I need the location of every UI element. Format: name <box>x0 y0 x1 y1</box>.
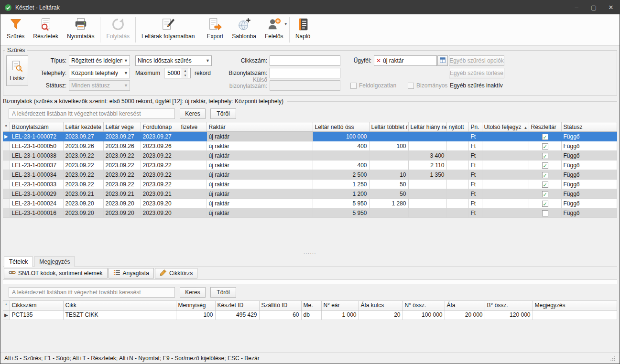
cell-pn[interactable]: Ft <box>468 189 482 199</box>
cell-bizonylatszam[interactable]: LEL-23-1-000033 <box>10 180 63 189</box>
cell-kezdete[interactable]: 2023.09.22 <box>63 151 103 161</box>
cell-tobblet[interactable]: 1 280 <box>369 199 408 208</box>
cell-netto[interactable]: 400 <box>313 161 369 170</box>
chevron-down-icon[interactable]: ▼ <box>122 71 130 75</box>
column-header-vege[interactable]: Leltár vége <box>103 122 141 132</box>
bizonylatszam-input[interactable] <box>270 68 340 78</box>
cell-tobblet[interactable]: 10 <box>369 170 408 180</box>
cell-utolso[interactable] <box>482 161 529 170</box>
maximize-button[interactable]: ▢ <box>585 0 602 14</box>
cell-statusz[interactable]: Függő <box>561 180 617 189</box>
cell-nyitott[interactable] <box>446 189 468 199</box>
cell-kezdete[interactable]: 2023.09.26 <box>63 141 103 151</box>
column-header-nossz[interactable]: N° össz. <box>402 300 445 310</box>
cell-kezdete[interactable]: 2023.09.22 <box>63 161 103 170</box>
cell-statusz[interactable]: Függő <box>561 208 617 218</box>
reszleltar-checkbox[interactable]: ✓ <box>542 162 548 169</box>
cell-fordulonap[interactable]: 2023.09.20 <box>141 208 179 218</box>
table-row[interactable]: ▶PCT135TESZT CIKK100495 42960db1 0002010… <box>3 310 617 320</box>
cell-bizonylatszam[interactable]: LEL-23-1-000038 <box>10 151 63 161</box>
toolbar-button-sablonba[interactable]: Sablonba <box>228 15 261 44</box>
cell-netto[interactable]: 2 500 <box>313 170 369 180</box>
cell-netto[interactable] <box>313 151 369 161</box>
cell-nyitott[interactable] <box>446 151 468 161</box>
spin-up-icon[interactable]: ▲ <box>182 68 188 73</box>
cell-statusz[interactable]: Függő <box>561 199 617 208</box>
cell-vege[interactable]: 2023.09.26 <box>103 141 141 151</box>
cell-fordulonap[interactable]: 2023.09.22 <box>141 170 179 180</box>
column-header-fizetve[interactable]: fizetve <box>179 122 207 132</box>
cell-fizetve[interactable] <box>179 208 207 218</box>
cell-bizonylatszam[interactable]: LEL-23-1-000072 <box>10 132 63 141</box>
table-row[interactable]: ▶LEL-23-1-0000722023.09.272023.09.272023… <box>3 132 617 141</box>
cell-keszlet_id[interactable]: 495 429 <box>215 310 259 320</box>
reszleltar-checkbox[interactable] <box>542 210 548 216</box>
cell-vege[interactable]: 2023.09.22 <box>103 180 141 189</box>
cell-netto[interactable]: 5 950 <box>313 199 369 208</box>
bizomanyos-checkbox[interactable]: Bizományos <box>408 80 447 91</box>
table-row[interactable]: LEL-23-1-0000162023.09.202023.09.202023.… <box>3 208 617 218</box>
cell-vege[interactable]: 2023.09.22 <box>103 161 141 170</box>
column-header-cikkszam[interactable]: Cikkszám <box>10 300 63 310</box>
column-header-tobblet[interactable]: Leltár többlet n <box>369 122 408 132</box>
cell-pn[interactable]: Ft <box>468 180 482 189</box>
cell-fizetve[interactable] <box>179 151 207 161</box>
cell-nyitott[interactable] <box>446 170 468 180</box>
minimize-button[interactable]: – <box>568 0 585 14</box>
table-row[interactable]: LEL-23-1-0000242023.09.202023.09.202023.… <box>3 199 617 208</box>
details-search-input[interactable] <box>9 287 175 298</box>
cell-pn[interactable]: Ft <box>468 151 482 161</box>
cell-mennyiseg[interactable]: 100 <box>176 310 215 320</box>
cell-afa[interactable]: 20 000 <box>445 310 485 320</box>
cell-nyitott[interactable] <box>446 141 468 151</box>
reszleltar-checkbox[interactable]: ✓ <box>542 201 548 207</box>
cell-pn[interactable]: Ft <box>468 141 482 151</box>
column-header-fordulonap[interactable]: Fordulónap <box>141 122 179 132</box>
cell-statusz[interactable]: Függő <box>561 132 617 141</box>
cell-tobblet[interactable]: 50 <box>369 189 408 199</box>
column-header-raktar[interactable]: Raktár <box>207 122 313 132</box>
cell-reszleltar[interactable]: ✓ <box>529 141 561 151</box>
cell-pn[interactable]: Ft <box>468 161 482 170</box>
column-header-mennyiseg[interactable]: Mennyiség <box>176 300 215 310</box>
column-header-netto[interactable]: Leltár nettó öss <box>313 122 369 132</box>
cell-fizetve[interactable] <box>179 180 207 189</box>
ugyfel-browse-button[interactable] <box>437 55 448 66</box>
close-button[interactable]: ✕ <box>602 0 620 14</box>
resize-grip[interactable] <box>610 355 616 361</box>
cell-me[interactable]: db <box>301 310 321 320</box>
reszleltar-checkbox[interactable]: ✓ <box>542 191 548 197</box>
cell-hiany[interactable]: 1 350 <box>408 170 446 180</box>
cell-utolso[interactable] <box>482 141 529 151</box>
cell-utolso[interactable] <box>482 170 529 180</box>
cell-kezdete[interactable]: 2023.09.22 <box>63 180 103 189</box>
cell-raktar[interactable]: új raktár <box>207 141 313 151</box>
cell-raktar[interactable]: új raktár <box>207 151 313 161</box>
cell-reszleltar[interactable]: ✓ <box>529 132 561 141</box>
cell-statusz[interactable]: Függő <box>561 141 617 151</box>
cell-hiany[interactable] <box>408 180 446 189</box>
cell-near[interactable]: 1 000 <box>321 310 359 320</box>
cell-nyitott[interactable] <box>446 199 468 208</box>
cell-fizetve[interactable] <box>179 141 207 151</box>
cell-vege[interactable]: 2023.09.20 <box>103 208 141 218</box>
cell-tobblet[interactable] <box>369 151 408 161</box>
maximum-spinner[interactable]: ▲▼ <box>164 68 191 78</box>
cell-hiany[interactable] <box>408 132 446 141</box>
cell-raktar[interactable]: új raktár <box>207 170 313 180</box>
cell-bizonylatszam[interactable]: LEL-23-1-000034 <box>10 170 63 180</box>
cell-pn[interactable]: Ft <box>468 170 482 180</box>
cell-fizetve[interactable] <box>179 170 207 180</box>
cell-megjegyzes[interactable] <box>533 310 617 320</box>
cell-reszleltar[interactable]: ✓ <box>529 189 561 199</box>
cell-raktar[interactable]: új raktár <box>207 161 313 170</box>
cikktorzs-button[interactable]: Cikktörzs <box>155 268 197 278</box>
column-header-kezdete[interactable]: Leltár kezdete <box>63 122 103 132</box>
cell-netto[interactable]: 100 000 <box>313 132 369 141</box>
toolbar-button-reszletek[interactable]: Részletek <box>29 15 63 44</box>
reszleltar-checkbox[interactable]: ✓ <box>542 143 548 150</box>
documents-keres-button[interactable]: Keres <box>180 108 206 119</box>
toolbar-button-export[interactable]: Export <box>203 15 228 44</box>
cell-utolso[interactable] <box>482 189 529 199</box>
reszleltar-checkbox[interactable]: ✓ <box>542 172 548 178</box>
